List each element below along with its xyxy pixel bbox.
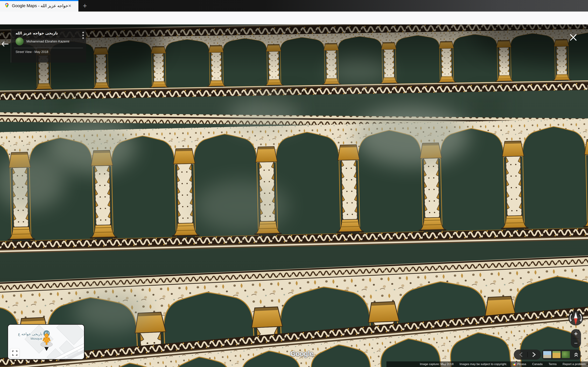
zoom-control: + − [571, 329, 581, 348]
close-street-view-button[interactable] [569, 33, 578, 42]
tab-title: Google Maps - تاریخی خواجه عزیز الله [12, 3, 68, 8]
minimap-poi-type: Mosque [30, 337, 42, 341]
minimap[interactable]: تاریخی خواجه ع Mosque [8, 324, 85, 360]
region-label[interactable]: Canada [532, 362, 543, 366]
picasa-attribution[interactable]: Picasa [513, 362, 526, 366]
photo-thumbnails-tray [542, 350, 581, 360]
navigation-toolbar: https://www.google.com/maps/@35.2464252,… [0, 12, 588, 25]
photo-thumbnail[interactable] [553, 351, 561, 358]
author-row[interactable]: Mohammad Ebrahim Kazemi [16, 37, 83, 45]
street-view-info-card: تاریخی خواجه عزیز الله Mohammad Ebrahim … [11, 29, 86, 63]
picasa-label: Picasa [517, 362, 526, 366]
zoom-out-button[interactable]: − [574, 339, 578, 348]
tab-google-maps[interactable]: Google Maps - تاریخی خواجه عزیز الله × [0, 0, 78, 12]
street-view-date: Street View - May 2018 [16, 50, 83, 54]
maps-pin-favicon-icon [4, 3, 9, 9]
author-avatar[interactable] [16, 37, 24, 45]
report-problem-link[interactable]: Report a problem [563, 362, 586, 366]
street-view-panorama[interactable]: تاریخی خواجه عزیز الله Mohammad Ebrahim … [0, 25, 588, 367]
next-pano-icon[interactable] [533, 352, 535, 357]
more-options-kebab-icon[interactable] [82, 32, 84, 40]
new-tab-button[interactable]: + [81, 2, 89, 9]
minimap-canvas[interactable]: تاریخی خواجه ع Mosque [8, 325, 84, 359]
image-capture-date: Image capture: May 2018 [420, 362, 454, 366]
place-title: تاریخی خواجه عزیز الله [16, 31, 83, 35]
zoom-in-button[interactable]: + [574, 329, 578, 338]
picasa-icon [513, 363, 516, 366]
minimap-poi-label: تاریخی خواجه ع [18, 332, 42, 336]
collapse-tray-icon[interactable] [573, 352, 579, 358]
terms-link[interactable]: Terms [548, 362, 556, 366]
tab-close-button[interactable]: × [68, 3, 71, 8]
active-tab-indicator [0, 0, 78, 1]
map-status-bar: Image capture: May 2018 Images may be su… [386, 361, 588, 367]
back-arrow-icon[interactable] [1, 41, 9, 48]
google-watermark: Google [274, 350, 330, 358]
card-divider [14, 48, 83, 48]
pano-nav-control [514, 350, 541, 360]
photo-thumbnail[interactable] [562, 351, 570, 358]
photo-thumbnail[interactable] [543, 351, 551, 358]
tab-strip: Google Maps - تاریخی خواجه عزیز الله × + [0, 0, 588, 12]
minimap-expand-button[interactable] [10, 349, 19, 358]
copyright-notice: Images may be subject to copyright. [459, 362, 507, 366]
compass-control[interactable] [566, 309, 585, 328]
previous-pano-icon[interactable] [520, 352, 522, 357]
firefox-window: { "browser": { "tab_title": "Google Maps… [0, 0, 588, 367]
mosque-carpet-panorama[interactable] [0, 25, 588, 367]
author-name: Mohammad Ebrahim Kazemi [26, 40, 69, 43]
